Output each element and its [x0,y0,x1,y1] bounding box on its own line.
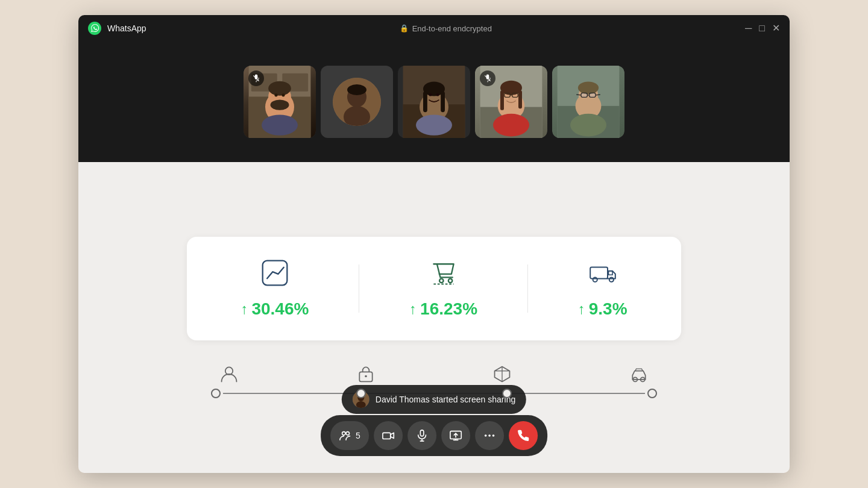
metric-divider-2 [527,264,528,313]
timeline-icon-box [484,364,520,384]
svg-point-8 [271,100,289,110]
svg-rect-47 [581,93,587,97]
metric-value-sales: ↑ 30.46% [241,299,309,319]
maximize-button[interactable]: □ [759,23,765,33]
metric-item-delivery: ↑ 9.3% [578,258,627,319]
metric-item-sales: ↑ 30.46% [241,258,309,319]
encryption-label: End-to-end endcrypted [412,24,492,33]
more-button[interactable] [475,421,504,450]
participant-tile-4 [475,66,547,138]
mute-badge-1 [248,70,264,86]
timeline-dot-2 [356,389,366,398]
svg-rect-33 [500,90,504,110]
svg-line-51 [596,95,600,95]
metric-value-cart: ↑ 16.23% [409,299,477,319]
timeline-icon-person [211,364,247,384]
encryption-badge: 🔒 End-to-end endcrypted [400,24,492,33]
whatsapp-logo-icon [88,22,101,35]
mic-off-icon-1 [252,74,260,83]
svg-rect-72 [420,430,424,436]
mute-badge-4 [480,70,495,86]
more-icon [483,429,496,442]
participant-tile-5 [552,66,624,138]
svg-rect-34 [518,90,522,108]
svg-point-54 [439,279,443,283]
timeline-dot-4 [647,389,657,398]
svg-rect-71 [383,433,391,439]
end-call-button[interactable] [509,421,538,450]
svg-point-7 [268,81,291,96]
participants-button[interactable]: 5 [330,421,369,450]
svg-point-81 [492,434,494,437]
svg-point-60 [225,367,233,374]
shared-screen-content: ↑ 30.46% [187,237,681,398]
svg-point-79 [485,434,487,437]
screen-share-icon [449,429,462,442]
svg-point-11 [262,114,298,135]
app-window: WhatsApp 🔒 End-to-end endcrypted ─ □ ✕ [78,15,790,473]
delivery-icon [588,258,617,290]
camera-icon [382,429,395,442]
svg-point-9 [274,93,277,96]
lock-icon: 🔒 [400,24,409,33]
svg-point-27 [416,114,452,135]
participant-2-face [333,78,381,126]
timeline-icons [211,364,657,384]
svg-line-50 [576,95,581,95]
svg-point-17 [347,84,366,95]
microphone-icon [415,429,429,442]
svg-point-80 [488,434,491,437]
timeline-section [187,364,681,398]
participants-count: 5 [356,431,360,440]
cart-icon [429,258,458,290]
metric-divider-1 [359,264,359,313]
svg-point-10 [281,93,285,96]
svg-rect-39 [506,114,516,122]
minimize-button[interactable]: ─ [745,23,752,33]
timeline-line-container [211,389,657,398]
participant-tile-1 [244,66,316,138]
svg-point-52 [570,114,606,137]
svg-point-0 [88,22,101,35]
svg-point-62 [365,375,367,378]
svg-point-70 [346,432,350,436]
titlebar-left: WhatsApp [88,22,146,35]
screen-share-button[interactable] [441,421,470,450]
timeline-dots [211,389,657,398]
close-button[interactable]: ✕ [772,23,780,33]
svg-rect-24 [441,92,445,112]
window-controls[interactable]: ─ □ ✕ [745,23,780,33]
titlebar: WhatsApp 🔒 End-to-end endcrypted ─ □ ✕ [78,15,790,42]
svg-rect-23 [423,92,427,112]
svg-rect-48 [590,93,596,97]
timeline-icon-car [621,364,657,384]
timeline-dot-3 [502,389,512,398]
screen-share-view: ↑ 30.46% [78,162,790,473]
camera-button[interactable] [374,421,403,450]
timeline-icon-bag [348,364,384,384]
participant-tile-2 [321,66,393,138]
timeline-dot-1 [211,389,221,398]
participants-strip [78,42,790,162]
end-call-icon [517,429,530,442]
svg-point-46 [578,82,599,95]
mic-off-icon-4 [483,74,492,83]
metric-item-cart: ↑ 16.23% [409,258,477,319]
metrics-card: ↑ 30.46% [187,237,681,340]
chart-icon [260,258,289,290]
participant-3-avatar [398,66,470,138]
svg-point-26 [436,93,439,96]
participant-tile-3 [398,66,470,138]
svg-point-25 [429,93,432,96]
svg-point-69 [342,432,346,436]
participant-2-avatar [333,78,381,126]
svg-point-55 [448,279,451,283]
svg-rect-57 [590,267,608,278]
metric-value-delivery: ↑ 9.3% [578,299,627,319]
call-controls-bar: 5 [321,415,547,456]
microphone-button[interactable] [407,421,436,450]
participants-icon [339,429,352,442]
participant-5-avatar [552,66,624,138]
participant-2-avatar-bg [321,66,393,138]
app-title: WhatsApp [107,23,146,33]
